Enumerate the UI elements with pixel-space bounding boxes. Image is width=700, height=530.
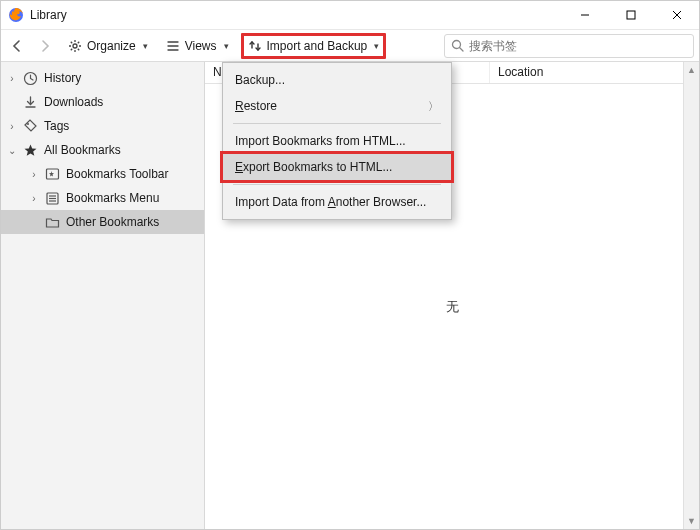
menu-item-label: Backup... <box>235 73 285 87</box>
sidebar-item-label: Bookmarks Menu <box>66 191 159 205</box>
maximize-button[interactable] <box>608 0 654 29</box>
bookmarks-menu-icon <box>44 190 60 206</box>
menu-item-label: Export Bookmarks to HTML... <box>235 160 392 174</box>
import-backup-label: Import and Backup <box>267 39 368 53</box>
menu-item-label: Import Bookmarks from HTML... <box>235 134 406 148</box>
sidebar: › History Downloads › Tags ⌄ All Bo <box>0 62 205 530</box>
titlebar: Library <box>0 0 700 30</box>
tag-icon <box>22 118 38 134</box>
sidebar-item-label: Downloads <box>44 95 103 109</box>
back-button[interactable] <box>6 35 28 57</box>
menu-import-browser[interactable]: Import Data from Another Browser... <box>223 189 451 215</box>
svg-line-12 <box>71 48 72 49</box>
scroll-up-icon[interactable]: ▲ <box>684 62 699 78</box>
chevron-down-icon: ▾ <box>224 41 229 51</box>
column-location[interactable]: Location <box>490 62 700 83</box>
menu-import-html[interactable]: Import Bookmarks from HTML... <box>223 128 451 154</box>
search-input[interactable] <box>444 34 694 58</box>
chevron-right-icon: › <box>28 169 40 180</box>
scrollbar-vertical[interactable]: ▲ ▼ <box>683 62 699 529</box>
download-icon <box>22 94 38 110</box>
sidebar-item-other-bookmarks[interactable]: Other Bookmarks <box>0 210 204 234</box>
sidebar-item-downloads[interactable]: Downloads <box>0 90 204 114</box>
firefox-icon <box>8 7 24 23</box>
chevron-down-icon: ▾ <box>374 41 379 51</box>
sidebar-item-all-bookmarks[interactable]: ⌄ All Bookmarks <box>0 138 204 162</box>
svg-line-18 <box>459 48 463 52</box>
views-button[interactable]: Views ▾ <box>160 34 235 58</box>
window-controls <box>562 0 700 29</box>
menu-item-label: Restore <box>235 99 277 113</box>
gear-icon <box>68 39 82 53</box>
chevron-down-icon: ▾ <box>143 41 148 51</box>
menu-backup[interactable]: Backup... <box>223 67 451 93</box>
search-icon <box>450 39 464 53</box>
menu-restore[interactable]: Restore 〉 <box>223 93 451 119</box>
menu-export-html[interactable]: Export Bookmarks to HTML... <box>223 154 451 180</box>
sidebar-item-bookmarks-menu[interactable]: › Bookmarks Menu <box>0 186 204 210</box>
sidebar-item-label: Other Bookmarks <box>66 215 159 229</box>
svg-rect-2 <box>627 11 635 19</box>
import-backup-menu: Backup... Restore 〉 Import Bookmarks fro… <box>222 62 452 220</box>
close-button[interactable] <box>654 0 700 29</box>
svg-point-5 <box>73 44 77 48</box>
views-label: Views <box>185 39 217 53</box>
svg-point-21 <box>27 123 29 125</box>
bookmarks-toolbar-icon <box>44 166 60 182</box>
sidebar-item-label: Bookmarks Toolbar <box>66 167 169 181</box>
sidebar-item-history[interactable]: › History <box>0 66 204 90</box>
menu-separator <box>233 184 441 185</box>
chevron-right-icon: › <box>6 73 18 84</box>
chevron-right-icon: › <box>28 193 40 204</box>
toolbar: Organize ▾ Views ▾ Import and Backup ▾ <box>0 30 700 62</box>
import-backup-button[interactable]: Import and Backup ▾ <box>241 33 387 59</box>
sidebar-item-bookmarks-toolbar[interactable]: › Bookmarks Toolbar <box>0 162 204 186</box>
organize-button[interactable]: Organize ▾ <box>62 34 154 58</box>
minimize-button[interactable] <box>562 0 608 29</box>
forward-button[interactable] <box>34 35 56 57</box>
search-wrap <box>444 34 694 58</box>
svg-line-13 <box>78 41 79 42</box>
organize-label: Organize <box>87 39 136 53</box>
window-title: Library <box>30 8 67 22</box>
clock-icon <box>22 70 38 86</box>
scroll-down-icon[interactable]: ▼ <box>684 513 699 529</box>
sidebar-item-tags[interactable]: › Tags <box>0 114 204 138</box>
menu-item-label: Import Data from Another Browser... <box>235 195 426 209</box>
folder-icon <box>44 214 60 230</box>
chevron-right-icon: 〉 <box>428 99 439 114</box>
chevron-down-icon: ⌄ <box>6 145 18 156</box>
svg-line-11 <box>78 48 79 49</box>
chevron-right-icon: › <box>6 121 18 132</box>
sidebar-item-label: All Bookmarks <box>44 143 121 157</box>
list-icon <box>166 39 180 53</box>
sidebar-item-label: Tags <box>44 119 69 133</box>
svg-line-10 <box>71 41 72 42</box>
star-icon <box>22 142 38 158</box>
import-export-icon <box>248 39 262 53</box>
sidebar-item-label: History <box>44 71 81 85</box>
menu-separator <box>233 123 441 124</box>
